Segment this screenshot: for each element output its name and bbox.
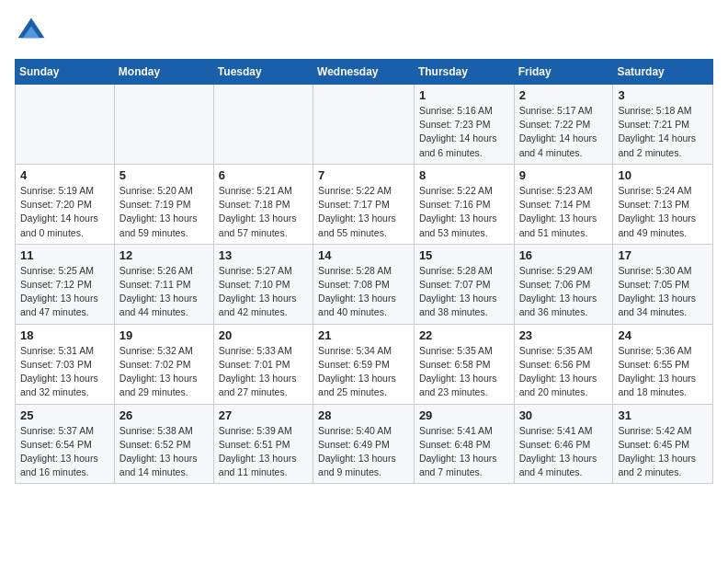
day-info: Sunrise: 5:40 AM Sunset: 6:49 PM Dayligh… xyxy=(318,424,409,480)
weekday-header-saturday: Saturday xyxy=(613,60,713,85)
day-number: 8 xyxy=(419,168,509,182)
calendar-cell xyxy=(313,85,415,165)
day-number: 30 xyxy=(519,408,609,422)
day-number: 24 xyxy=(618,328,708,342)
day-info: Sunrise: 5:31 AM Sunset: 7:03 PM Dayligh… xyxy=(20,344,109,400)
day-info: Sunrise: 5:35 AM Sunset: 6:56 PM Dayligh… xyxy=(519,344,609,400)
calendar-cell: 12Sunrise: 5:26 AM Sunset: 7:11 PM Dayli… xyxy=(114,244,213,324)
day-number: 27 xyxy=(219,408,308,422)
calendar-cell: 29Sunrise: 5:41 AM Sunset: 6:48 PM Dayli… xyxy=(414,404,514,484)
day-number: 7 xyxy=(318,168,409,182)
logo-icon xyxy=(15,15,48,48)
day-number: 29 xyxy=(419,408,509,422)
weekday-header-tuesday: Tuesday xyxy=(213,60,313,85)
day-number: 20 xyxy=(219,328,308,342)
day-number: 21 xyxy=(318,328,409,342)
calendar-cell: 21Sunrise: 5:34 AM Sunset: 6:59 PM Dayli… xyxy=(313,324,415,404)
weekday-header-wednesday: Wednesday xyxy=(313,60,415,85)
day-info: Sunrise: 5:34 AM Sunset: 6:59 PM Dayligh… xyxy=(318,344,409,400)
day-info: Sunrise: 5:30 AM Sunset: 7:05 PM Dayligh… xyxy=(618,264,708,320)
day-number: 26 xyxy=(119,408,209,422)
weekday-header-friday: Friday xyxy=(514,60,613,85)
day-info: Sunrise: 5:16 AM Sunset: 7:23 PM Dayligh… xyxy=(419,104,509,160)
calendar-header: SundayMondayTuesdayWednesdayThursdayFrid… xyxy=(16,60,713,85)
day-info: Sunrise: 5:23 AM Sunset: 7:14 PM Dayligh… xyxy=(519,184,609,240)
weekday-header-thursday: Thursday xyxy=(414,60,514,85)
day-number: 1 xyxy=(419,88,509,102)
calendar-cell: 2Sunrise: 5:17 AM Sunset: 7:22 PM Daylig… xyxy=(514,85,613,165)
day-number: 17 xyxy=(618,248,708,262)
calendar-cell: 25Sunrise: 5:37 AM Sunset: 6:54 PM Dayli… xyxy=(16,404,115,484)
day-number: 18 xyxy=(20,328,109,342)
day-info: Sunrise: 5:37 AM Sunset: 6:54 PM Dayligh… xyxy=(20,424,109,480)
day-number: 28 xyxy=(318,408,409,422)
calendar-cell: 27Sunrise: 5:39 AM Sunset: 6:51 PM Dayli… xyxy=(213,404,313,484)
day-info: Sunrise: 5:36 AM Sunset: 6:55 PM Dayligh… xyxy=(618,344,708,400)
calendar-cell xyxy=(16,85,115,165)
day-info: Sunrise: 5:21 AM Sunset: 7:18 PM Dayligh… xyxy=(219,184,308,240)
day-info: Sunrise: 5:24 AM Sunset: 7:13 PM Dayligh… xyxy=(618,184,708,240)
calendar-cell: 11Sunrise: 5:25 AM Sunset: 7:12 PM Dayli… xyxy=(16,244,115,324)
day-number: 16 xyxy=(519,248,609,262)
calendar-cell: 19Sunrise: 5:32 AM Sunset: 7:02 PM Dayli… xyxy=(114,324,213,404)
day-info: Sunrise: 5:18 AM Sunset: 7:21 PM Dayligh… xyxy=(618,104,708,160)
calendar-body: 1Sunrise: 5:16 AM Sunset: 7:23 PM Daylig… xyxy=(16,85,713,484)
calendar-cell: 24Sunrise: 5:36 AM Sunset: 6:55 PM Dayli… xyxy=(613,324,713,404)
weekday-header-monday: Monday xyxy=(114,60,213,85)
day-info: Sunrise: 5:28 AM Sunset: 7:07 PM Dayligh… xyxy=(419,264,509,320)
day-info: Sunrise: 5:26 AM Sunset: 7:11 PM Dayligh… xyxy=(119,264,209,320)
day-info: Sunrise: 5:27 AM Sunset: 7:10 PM Dayligh… xyxy=(219,264,308,320)
day-number: 22 xyxy=(419,328,509,342)
day-number: 31 xyxy=(618,408,708,422)
calendar-cell: 22Sunrise: 5:35 AM Sunset: 6:58 PM Dayli… xyxy=(414,324,514,404)
day-number: 12 xyxy=(119,248,209,262)
calendar-week-5: 25Sunrise: 5:37 AM Sunset: 6:54 PM Dayli… xyxy=(16,404,713,484)
day-number: 6 xyxy=(219,168,308,182)
day-number: 23 xyxy=(519,328,609,342)
day-number: 19 xyxy=(119,328,209,342)
day-number: 4 xyxy=(20,168,109,182)
day-number: 2 xyxy=(519,88,609,102)
logo xyxy=(15,15,51,48)
calendar-cell: 9Sunrise: 5:23 AM Sunset: 7:14 PM Daylig… xyxy=(514,164,613,244)
calendar-cell: 8Sunrise: 5:22 AM Sunset: 7:16 PM Daylig… xyxy=(414,164,514,244)
calendar-cell: 3Sunrise: 5:18 AM Sunset: 7:21 PM Daylig… xyxy=(613,85,713,165)
day-info: Sunrise: 5:22 AM Sunset: 7:16 PM Dayligh… xyxy=(419,184,509,240)
day-info: Sunrise: 5:20 AM Sunset: 7:19 PM Dayligh… xyxy=(119,184,209,240)
day-info: Sunrise: 5:39 AM Sunset: 6:51 PM Dayligh… xyxy=(219,424,308,480)
calendar-cell xyxy=(114,85,213,165)
calendar-cell: 7Sunrise: 5:22 AM Sunset: 7:17 PM Daylig… xyxy=(313,164,415,244)
day-info: Sunrise: 5:17 AM Sunset: 7:22 PM Dayligh… xyxy=(519,104,609,160)
calendar-cell: 28Sunrise: 5:40 AM Sunset: 6:49 PM Dayli… xyxy=(313,404,415,484)
calendar-week-3: 11Sunrise: 5:25 AM Sunset: 7:12 PM Dayli… xyxy=(16,244,713,324)
calendar-cell: 15Sunrise: 5:28 AM Sunset: 7:07 PM Dayli… xyxy=(414,244,514,324)
calendar-cell xyxy=(213,85,313,165)
day-info: Sunrise: 5:41 AM Sunset: 6:48 PM Dayligh… xyxy=(419,424,509,480)
calendar-cell: 6Sunrise: 5:21 AM Sunset: 7:18 PM Daylig… xyxy=(213,164,313,244)
calendar-cell: 1Sunrise: 5:16 AM Sunset: 7:23 PM Daylig… xyxy=(414,85,514,165)
calendar-cell: 18Sunrise: 5:31 AM Sunset: 7:03 PM Dayli… xyxy=(16,324,115,404)
day-number: 10 xyxy=(618,168,708,182)
calendar-cell: 13Sunrise: 5:27 AM Sunset: 7:10 PM Dayli… xyxy=(213,244,313,324)
day-info: Sunrise: 5:41 AM Sunset: 6:46 PM Dayligh… xyxy=(519,424,609,480)
weekday-row: SundayMondayTuesdayWednesdayThursdayFrid… xyxy=(16,60,713,85)
day-number: 5 xyxy=(119,168,209,182)
calendar-cell: 16Sunrise: 5:29 AM Sunset: 7:06 PM Dayli… xyxy=(514,244,613,324)
calendar-cell: 10Sunrise: 5:24 AM Sunset: 7:13 PM Dayli… xyxy=(613,164,713,244)
calendar-cell: 23Sunrise: 5:35 AM Sunset: 6:56 PM Dayli… xyxy=(514,324,613,404)
day-info: Sunrise: 5:19 AM Sunset: 7:20 PM Dayligh… xyxy=(20,184,109,240)
day-info: Sunrise: 5:25 AM Sunset: 7:12 PM Dayligh… xyxy=(20,264,109,320)
day-number: 25 xyxy=(20,408,109,422)
day-info: Sunrise: 5:42 AM Sunset: 6:45 PM Dayligh… xyxy=(618,424,708,480)
day-info: Sunrise: 5:29 AM Sunset: 7:06 PM Dayligh… xyxy=(519,264,609,320)
calendar-cell: 20Sunrise: 5:33 AM Sunset: 7:01 PM Dayli… xyxy=(213,324,313,404)
day-info: Sunrise: 5:35 AM Sunset: 6:58 PM Dayligh… xyxy=(419,344,509,400)
day-info: Sunrise: 5:38 AM Sunset: 6:52 PM Dayligh… xyxy=(119,424,209,480)
day-info: Sunrise: 5:32 AM Sunset: 7:02 PM Dayligh… xyxy=(119,344,209,400)
calendar-cell: 31Sunrise: 5:42 AM Sunset: 6:45 PM Dayli… xyxy=(613,404,713,484)
calendar-cell: 26Sunrise: 5:38 AM Sunset: 6:52 PM Dayli… xyxy=(114,404,213,484)
calendar-week-4: 18Sunrise: 5:31 AM Sunset: 7:03 PM Dayli… xyxy=(16,324,713,404)
day-number: 14 xyxy=(318,248,409,262)
calendar-cell: 17Sunrise: 5:30 AM Sunset: 7:05 PM Dayli… xyxy=(613,244,713,324)
calendar-week-2: 4Sunrise: 5:19 AM Sunset: 7:20 PM Daylig… xyxy=(16,164,713,244)
